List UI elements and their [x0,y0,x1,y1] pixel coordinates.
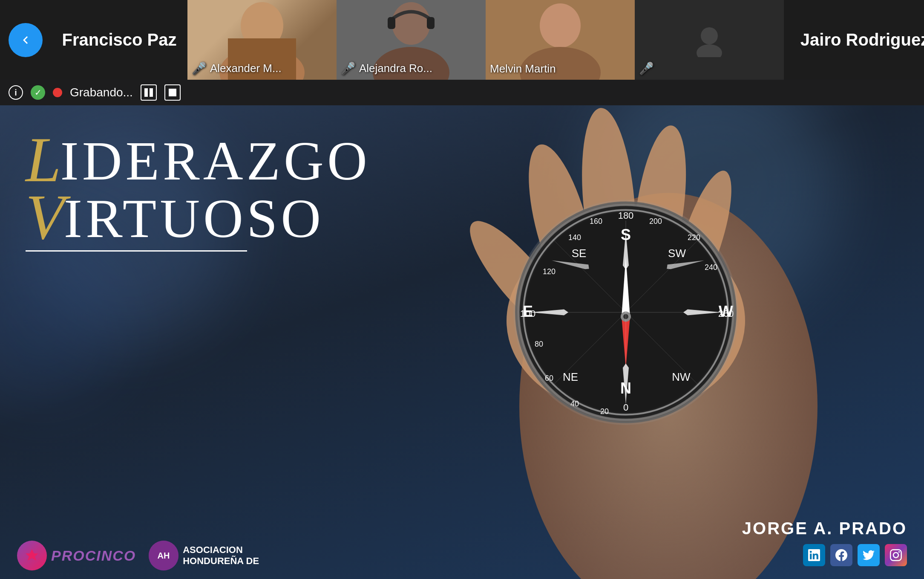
bottom-right-info: JORGE A. PRADO [742,519,907,566]
svg-text:AH: AH [158,551,170,560]
svg-rect-7 [427,17,435,29]
participant-melvin[interactable]: Melvin Martin [486,0,635,80]
svg-point-9 [540,3,581,48]
svg-text:NE: NE [563,371,578,383]
svg-rect-6 [388,17,395,29]
hand-compass-illustration: 180 0 100 260 160 200 220 240 140 120 80… [285,105,924,579]
social-icons-row [803,544,907,566]
ahn-logo: AH ASOCIACION HONDUREÑA DE [149,541,259,570]
shield-icon: ✓ [31,85,45,100]
svg-text:200: 200 [649,217,662,226]
jorge-prado-name: JORGE A. PRADO [742,519,907,538]
bottom-logos: PROCINCO AH ASOCIACION HONDUREÑA DE [17,541,259,570]
svg-point-11 [701,27,718,44]
svg-text:80: 80 [535,340,543,348]
recording-text: Grabando... [70,86,133,99]
pause-recording-button[interactable] [141,84,157,101]
prev-button[interactable] [9,23,43,57]
jairo-name: Jairo Rodriguez [784,30,924,49]
procinco-icon [17,541,47,570]
logo-irtuoso-text: IRTUOSO [64,191,325,246]
unknown-mic-muted-icon: 🎤 [639,61,654,75]
alex-mic-muted-icon: 🎤 [192,61,207,75]
linkedin-icon[interactable] [803,544,825,566]
participant-alex[interactable]: 🎤 Alexander M... [187,0,337,80]
svg-text:140: 140 [568,233,581,242]
svg-text:W: W [719,303,733,320]
logo-line2: V IRTUOSO [26,188,281,246]
main-presentation-area: 180 0 100 260 160 200 220 240 140 120 80… [0,105,924,579]
top-bar: Francisco Paz 🎤 Alexander M... [0,0,924,80]
presenter-name: Francisco Paz [51,30,187,49]
participant-unknown[interactable]: 🎤 [635,0,784,80]
svg-text:160: 160 [590,217,602,226]
procinco-text: PROCINCO [51,547,136,564]
alex-label: 🎤 Alexander M... [192,61,282,75]
logo-liderazgo-virtuoso: L IDERAZGO V IRTUOSO [26,131,281,252]
alejandra-label: 🎤 Alejandra Ro... [341,61,432,75]
ahn-text: ASOCIACION HONDUREÑA DE [183,544,259,567]
svg-text:E: E [523,303,533,320]
info-icon[interactable]: i [9,85,23,100]
recording-dot [53,88,62,97]
stop-recording-button[interactable] [164,84,181,101]
svg-text:120: 120 [543,267,556,276]
participants-strip: 🎤 Alexander M... 🎤 Alejandra Ro... [187,0,784,80]
svg-text:NW: NW [672,371,691,383]
alejandra-mic-muted-icon: 🎤 [341,61,356,75]
svg-point-12 [697,44,722,57]
logo-l-letter: L [26,131,64,188]
instagram-icon[interactable] [885,544,907,566]
procinco-logo: PROCINCO [17,541,136,570]
recording-bar: i ✓ Grabando... [0,80,924,105]
svg-text:SW: SW [668,247,686,260]
logo-v-letter: V [26,188,68,246]
svg-point-4 [392,2,430,45]
twitter-icon[interactable] [858,544,880,566]
logo-line1: L IDERAZGO [26,131,281,188]
facebook-icon[interactable] [830,544,852,566]
melvin-label: Melvin Martin [490,62,556,75]
unknown-label: 🎤 [639,61,654,75]
svg-text:20: 20 [600,407,609,416]
svg-text:SE: SE [572,247,587,260]
svg-text:60: 60 [545,374,553,382]
logo-iderazgo-text: IDERAZGO [60,133,370,188]
logo-lv-container: L IDERAZGO V IRTUOSO [26,131,281,246]
svg-text:240: 240 [705,263,717,272]
ahn-icon: AH [149,541,178,570]
svg-text:180: 180 [618,210,634,221]
participant-alejandra[interactable]: 🎤 Alejandra Ro... [337,0,486,80]
